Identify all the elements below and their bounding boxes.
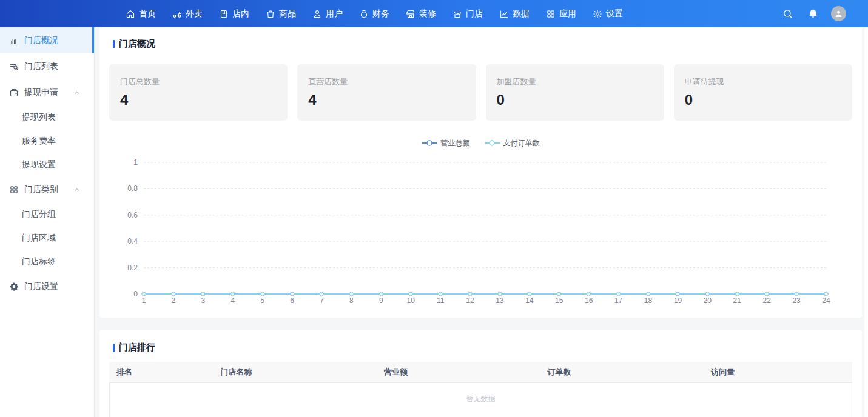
sidebar-subitem-3-2[interactable]: 服务费率 [0, 129, 94, 153]
x-tick-label: 1 [142, 296, 146, 305]
x-tick-label: 13 [496, 296, 504, 305]
nav-item-label: 应用 [559, 8, 576, 19]
sidebar-subitem-label: 提现设置 [22, 159, 56, 170]
data-point [142, 292, 146, 296]
finance-icon [359, 9, 369, 19]
column-header-4: 订单数 [540, 362, 704, 382]
search-icon[interactable] [781, 7, 795, 21]
store-ranking-section: 门店排行 排名门店名称营业额订单数访问量 暂无数据 [99, 330, 862, 417]
nav-item-label: 门店 [466, 8, 483, 19]
line-chart: 00.20.40.60.8112345678910111213141516171… [99, 153, 862, 310]
main-content: 门店概况 门店总数量 4直营店数量 4加盟店数量 0申请待提现 0 营业总额 支… [95, 27, 868, 417]
user-icon [312, 9, 322, 19]
nav-item-label: 外卖 [186, 8, 203, 19]
x-tick-label: 16 [585, 296, 593, 305]
sidebar-item-5[interactable]: 门店设置 [0, 273, 94, 299]
home-icon [126, 9, 135, 19]
data-point [320, 292, 323, 296]
data-point [349, 292, 353, 296]
nav-item-7[interactable]: 装修 [406, 0, 436, 27]
sidebar-item-1[interactable]: 门店概况 [0, 27, 94, 53]
bell-icon[interactable] [806, 7, 819, 21]
y-tick-label: 0.4 [127, 237, 138, 245]
sidebar-item-label: 门店设置 [24, 281, 58, 292]
legend-item-1[interactable]: 营业总额 [422, 138, 470, 148]
chevron-up-icon[interactable] [73, 89, 81, 96]
table-header-row: 排名门店名称营业额订单数访问量 [109, 362, 852, 382]
nav-item-label: 商品 [279, 8, 296, 19]
x-tick-label: 19 [674, 296, 682, 305]
stat-card-4: 申请待提现 0 [674, 64, 852, 121]
y-tick-label: 0.2 [127, 264, 138, 272]
x-tick-label: 7 [320, 296, 324, 305]
nav-right [781, 0, 846, 27]
title-accent-bar [113, 344, 115, 352]
scrollbar[interactable] [864, 27, 868, 417]
data-point [824, 292, 828, 296]
data-point [617, 292, 621, 296]
overview-title-row: 门店概况 [99, 27, 862, 50]
sidebar-item-3[interactable]: 提现申请 [0, 79, 94, 105]
data-point [468, 292, 472, 296]
sidebar-item-2[interactable]: 门店列表 [0, 53, 94, 79]
decorate-icon [406, 9, 415, 19]
data-point [439, 292, 442, 296]
chevron-up-icon[interactable] [73, 186, 81, 193]
data-point [261, 292, 264, 296]
data-point [765, 292, 769, 296]
x-tick-label: 11 [437, 296, 445, 305]
data-point [231, 292, 235, 296]
legend-marker-icon [422, 139, 437, 147]
sidebar-subitem-4-3[interactable]: 门店标签 [0, 250, 94, 273]
sidebar-item-label: 门店列表 [24, 61, 58, 72]
sidebar-item-4[interactable]: 门店类别 [0, 176, 94, 202]
data-point [172, 292, 175, 296]
data-point [379, 292, 383, 296]
nav-item-9[interactable]: 数据 [499, 0, 530, 27]
nav-item-label: 数据 [513, 8, 530, 19]
legend-item-2[interactable]: 支付订单数 [485, 138, 540, 148]
stat-value: 4 [120, 92, 277, 108]
nav-item-5[interactable]: 用户 [312, 0, 343, 27]
nav-item-6[interactable]: 财务 [359, 0, 389, 27]
nav-item-11[interactable]: 设置 [593, 0, 623, 27]
stat-cards: 门店总数量 4直营店数量 4加盟店数量 0申请待提现 0 [109, 64, 852, 121]
data-point [528, 292, 531, 296]
x-tick-label: 20 [704, 296, 712, 305]
bar-chart-icon [9, 36, 19, 45]
nav-item-label: 财务 [372, 8, 389, 19]
category-icon [9, 185, 19, 195]
stat-card-2: 直营店数量 4 [297, 64, 476, 121]
sidebar-item-label: 门店概况 [24, 35, 58, 46]
nav-item-label: 装修 [419, 8, 436, 19]
sidebar-subitem-3-1[interactable]: 提现列表 [0, 105, 94, 129]
nav-item-4[interactable]: 商品 [266, 0, 296, 27]
stat-label: 门店总数量 [120, 76, 277, 87]
avatar[interactable] [831, 6, 846, 21]
sidebar-subitem-4-2[interactable]: 门店区域 [0, 226, 94, 250]
nav-item-10[interactable]: 应用 [546, 0, 576, 27]
sidebar-subitem-3-3[interactable]: 提现设置 [0, 153, 94, 176]
apps-icon [546, 9, 556, 19]
title-accent-bar [113, 40, 115, 48]
legend-label: 营业总额 [441, 138, 470, 148]
sidebar-subitem-label: 提现列表 [22, 112, 56, 123]
x-tick-label: 2 [172, 296, 176, 305]
goods-icon [266, 9, 275, 19]
x-tick-label: 6 [290, 296, 294, 305]
empty-state: 暂无数据 [109, 382, 852, 417]
stat-card-1: 门店总数量 4 [109, 64, 288, 121]
store-overview-section: 门店概况 门店总数量 4直营店数量 4加盟店数量 0申请待提现 0 营业总额 支… [99, 27, 862, 318]
nav-item-1[interactable]: 首页 [126, 0, 156, 27]
nav-item-8[interactable]: 门店 [453, 0, 483, 27]
y-tick-label: 1 [133, 158, 138, 167]
x-tick-label: 21 [733, 296, 742, 305]
nav-item-2[interactable]: 外卖 [172, 0, 203, 27]
y-tick-label: 0 [133, 290, 138, 298]
sidebar-item-label: 门店类别 [24, 184, 58, 195]
gear-icon [9, 282, 19, 292]
nav-item-3[interactable]: 店内 [219, 0, 249, 27]
sidebar-subitem-4-1[interactable]: 门店分组 [0, 202, 94, 226]
data-point [705, 292, 709, 296]
data-point [201, 292, 205, 296]
